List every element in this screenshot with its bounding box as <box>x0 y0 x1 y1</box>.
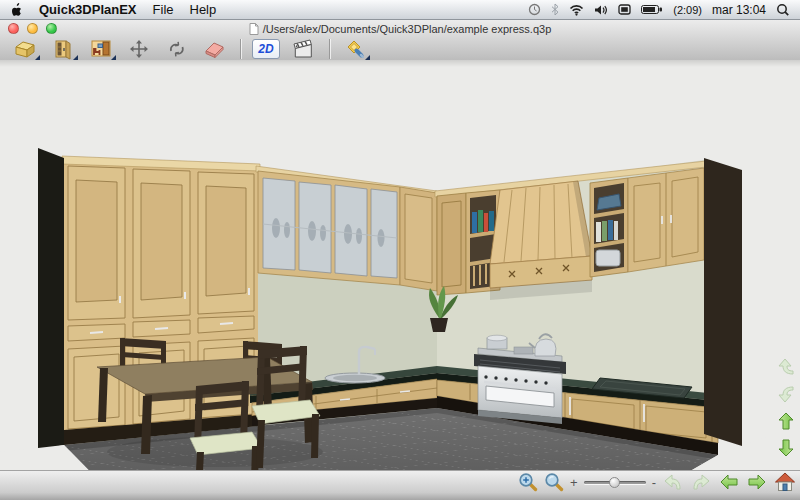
cabinet-tool-button[interactable] <box>48 37 78 60</box>
render-tool-button[interactable] <box>289 37 319 60</box>
zoom-icon <box>544 472 564 492</box>
menu-item-help[interactable]: Help <box>190 2 217 17</box>
side-navigation <box>775 356 797 459</box>
zoom-window-button[interactable] <box>46 23 57 34</box>
eraser-tool-button[interactable] <box>200 37 230 60</box>
menu-bar: Quick3DPlanEX File Help (2:09) mar 13:04 <box>0 0 800 20</box>
zoom-minus-label: - <box>652 476 656 489</box>
turn-down-button[interactable] <box>775 383 797 405</box>
toolbar-separator <box>329 39 330 59</box>
cabinet-icon <box>51 38 75 60</box>
home-icon <box>774 471 796 493</box>
window-chrome: /Users/alex/Documents/Quick3DPlan/exampl… <box>0 20 800 61</box>
zoom-tool-button[interactable] <box>544 472 564 492</box>
right-wall-edge <box>704 158 742 446</box>
app-menu-label[interactable]: Quick3DPlanEX <box>39 2 137 17</box>
turn-left-button[interactable] <box>662 471 684 493</box>
2d-label: 2D <box>252 39 280 59</box>
zoom-window-tool-button[interactable] <box>518 472 538 492</box>
wall-tool-button[interactable] <box>10 37 40 60</box>
zoom-slider-thumb[interactable] <box>609 477 620 488</box>
glass-wall-cabinets <box>256 166 437 291</box>
eraser-icon <box>203 38 227 60</box>
paint-icon <box>343 38 367 60</box>
close-button[interactable] <box>8 23 19 34</box>
display-icon[interactable] <box>618 4 631 15</box>
toolbar: 2D <box>0 37 800 60</box>
turn-right-button[interactable] <box>690 471 712 493</box>
window-title: /Users/alex/Documents/Quick3DPlan/exampl… <box>263 23 552 35</box>
zoom-window-icon <box>518 472 538 492</box>
left-wall-edge <box>38 148 64 450</box>
title-bar[interactable]: /Users/alex/Documents/Quick3DPlan/exampl… <box>0 20 800 37</box>
wall-icon <box>13 38 37 60</box>
battery-time: (2:09) <box>673 4 702 16</box>
clapperboard-icon <box>292 38 316 60</box>
window-bottom-edge <box>0 493 800 500</box>
pan-down-button[interactable] <box>775 437 797 459</box>
rotate-tool-button[interactable] <box>162 37 192 60</box>
home-view-button[interactable] <box>774 471 796 493</box>
kettle <box>535 339 556 356</box>
document-icon <box>249 23 259 35</box>
kitchen-scene <box>0 60 800 470</box>
pan-left-button[interactable] <box>718 471 740 493</box>
rotate-icon <box>166 38 188 60</box>
toaster <box>596 250 620 266</box>
clock-icon[interactable] <box>528 3 541 16</box>
apple-icon <box>10 2 23 17</box>
furniture-icon <box>89 38 113 60</box>
volume-icon[interactable] <box>594 4 608 16</box>
toolbar-separator <box>240 39 241 59</box>
battery-icon[interactable] <box>641 4 663 15</box>
zoom-slider[interactable] <box>584 476 646 489</box>
paint-tool-button[interactable] <box>340 37 370 60</box>
bluetooth-icon[interactable] <box>551 3 559 16</box>
zoom-plus-label: + <box>570 476 578 489</box>
viewport-3d[interactable] <box>0 60 800 470</box>
minimize-button[interactable] <box>27 23 38 34</box>
pan-up-button[interactable] <box>775 410 797 432</box>
menu-item-file[interactable]: File <box>153 2 174 17</box>
2d-view-button[interactable]: 2D <box>251 37 281 60</box>
menu-clock[interactable]: mar 13:04 <box>712 3 766 17</box>
range-hood <box>490 181 592 300</box>
bottom-bar: + - <box>0 470 800 493</box>
pan-right-button[interactable] <box>746 471 768 493</box>
books <box>596 220 618 242</box>
furniture-tool-button[interactable] <box>86 37 116 60</box>
spotlight-icon[interactable] <box>776 3 790 17</box>
wifi-icon[interactable] <box>569 4 584 16</box>
apple-menu[interactable] <box>10 2 23 17</box>
move-icon <box>128 38 150 60</box>
turn-up-button[interactable] <box>775 356 797 378</box>
move-tool-button[interactable] <box>124 37 154 60</box>
stove <box>474 334 566 424</box>
